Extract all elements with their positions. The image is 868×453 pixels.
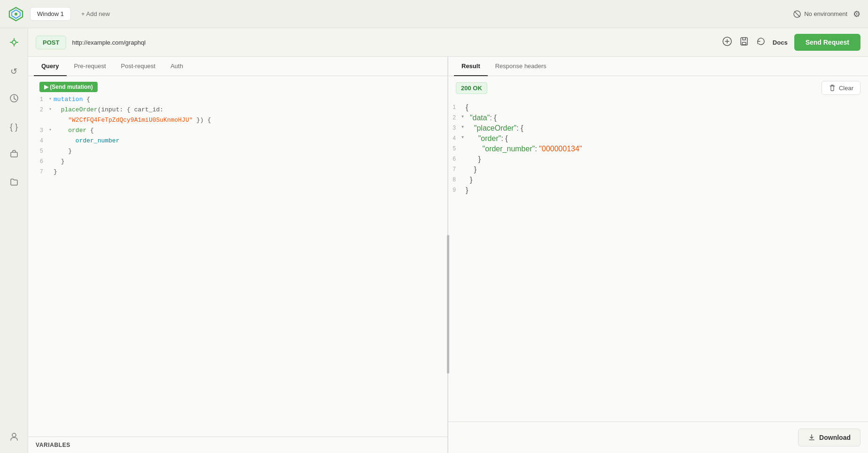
url-actions: Docs Send Request	[722, 34, 860, 51]
settings-icon[interactable]: ⚙	[853, 9, 860, 19]
collapse-arrow[interactable]: ▾	[49, 106, 52, 112]
code-line-2: 2 ▾ placeOrder(input: { cart_id:	[36, 106, 440, 117]
code-line-5: 5 ▾ }	[36, 148, 440, 158]
code-content: }	[54, 148, 440, 155]
code-content: mutation {	[54, 96, 440, 103]
main-layout: ↺ { } POST	[0, 28, 868, 453]
right-panel: Result Response headers 200 OK Clear	[448, 57, 868, 453]
line-number: 9	[448, 186, 461, 193]
code-line-3: 3 ▾ order {	[36, 127, 440, 137]
environment-selector[interactable]: No environment	[793, 10, 847, 18]
response-line-4: 4 ▾ "order": {	[448, 134, 868, 145]
line-number: 7	[36, 168, 49, 175]
download-button[interactable]: Download	[798, 429, 860, 446]
svg-point-8	[12, 433, 16, 437]
code-content: }	[466, 186, 868, 195]
trash-icon	[829, 84, 836, 92]
line-number: 1	[36, 96, 49, 103]
top-bar-left: Window 1 + Add new	[8, 6, 115, 23]
code-line-1: 1 ▾ mutation {	[36, 96, 440, 106]
svg-point-2	[15, 13, 17, 16]
code-line-6: 6 ▾ }	[36, 158, 440, 168]
tab-response-headers[interactable]: Response headers	[488, 57, 554, 76]
svg-rect-11	[742, 42, 746, 45]
tab-pre-request[interactable]: Pre-request	[67, 57, 114, 76]
response-line-2: 2 ▾ "data": {	[448, 114, 868, 124]
query-editor: ▶ (Send mutation) 1 ▾ mutation { 2 ▾ pla…	[28, 76, 447, 437]
response-line-9: 9 ▾ }	[448, 186, 868, 196]
method-badge[interactable]: POST	[36, 36, 66, 49]
sidebar-refresh-icon[interactable]: ↺	[7, 62, 21, 80]
code-content: }	[466, 176, 868, 184]
docs-link[interactable]: Docs	[773, 39, 788, 46]
line-number: 4	[448, 134, 461, 141]
tab-query[interactable]: Query	[34, 57, 67, 76]
collapse-arrow[interactable]: ▾	[461, 114, 464, 119]
line-number: 3	[448, 124, 461, 131]
response-line-1: 1 ▾ {	[448, 103, 868, 114]
code-content: "W2CfFQ4FeTpZdQcy9A1miU0SuKnmoHJU" }) {	[54, 117, 440, 124]
editor-area: Query Pre-request Post-request Auth ▶ (S…	[28, 57, 868, 453]
code-content: order_number	[54, 137, 440, 144]
svg-rect-7	[11, 152, 17, 157]
tab-result[interactable]: Result	[454, 57, 488, 76]
download-label: Download	[819, 434, 851, 441]
save-icon[interactable]	[739, 36, 749, 48]
tab-post-request[interactable]: Post-request	[114, 57, 163, 76]
collapse-arrow[interactable]: ▾	[461, 134, 464, 140]
line-number: 2	[36, 106, 49, 113]
collapse-arrow[interactable]: ▾	[461, 124, 464, 129]
left-tabs: Query Pre-request Post-request Auth	[28, 57, 447, 76]
line-number: 1	[448, 103, 461, 110]
line-number: 6	[448, 155, 461, 162]
top-bar-right: No environment ⚙	[793, 9, 860, 19]
line-number: 6	[36, 158, 49, 165]
tab-auth[interactable]: Auth	[163, 57, 191, 76]
no-environment-label: No environment	[804, 10, 847, 17]
download-bar: Download	[448, 422, 868, 453]
result-tabs: Result Response headers	[448, 57, 868, 76]
code-content: "order": {	[466, 134, 868, 143]
svg-point-5	[12, 40, 16, 44]
line-number: 8	[448, 176, 461, 183]
scroll-indicator	[447, 235, 449, 374]
svg-rect-10	[741, 38, 747, 45]
sidebar-folder-icon[interactable]	[6, 174, 23, 193]
status-badge: 200 OK	[456, 82, 487, 94]
svg-line-4	[794, 11, 800, 17]
collapse-arrow[interactable]: ▾	[49, 96, 52, 102]
send-request-button[interactable]: Send Request	[794, 34, 860, 51]
line-number: 7	[448, 165, 461, 172]
line-number: 2	[448, 114, 461, 121]
collapse-arrow[interactable]: ▾	[49, 127, 52, 133]
window-tab[interactable]: Window 1	[30, 7, 71, 21]
clear-button[interactable]: Clear	[822, 81, 860, 95]
add-new-button[interactable]: + Add new	[77, 8, 115, 20]
sidebar-schema-icon[interactable]: { }	[6, 118, 22, 136]
send-mutation-button[interactable]: ▶ (Send mutation)	[39, 82, 98, 92]
content-area: POST	[28, 28, 868, 453]
code-content: "data": {	[466, 114, 868, 122]
url-input[interactable]	[72, 39, 716, 46]
sidebar-briefcase-icon[interactable]	[6, 145, 23, 164]
code-content: }	[54, 158, 440, 165]
sidebar-history-icon[interactable]	[6, 90, 23, 109]
code-content: }	[466, 165, 868, 174]
line-number: 5	[448, 145, 461, 152]
refresh-icon[interactable]	[756, 36, 766, 48]
sidebar: ↺ { }	[0, 28, 28, 453]
no-environment-icon	[793, 10, 801, 18]
code-content: }	[466, 155, 868, 164]
add-icon[interactable]	[722, 36, 732, 48]
code-content: }	[54, 168, 440, 175]
response-line-6: 6 ▾ }	[448, 155, 868, 165]
status-bar: 200 OK Clear	[448, 76, 868, 100]
response-editor: 1 ▾ { 2 ▾ "data": { 3	[448, 100, 868, 422]
clear-label: Clear	[839, 85, 853, 92]
sidebar-activity-icon[interactable]	[6, 34, 23, 53]
sidebar-user-icon[interactable]	[6, 428, 23, 447]
variables-label: VARIABLES	[36, 442, 440, 448]
code-content: order {	[54, 127, 440, 134]
url-bar: POST	[28, 28, 868, 57]
code-content: {	[466, 103, 868, 112]
